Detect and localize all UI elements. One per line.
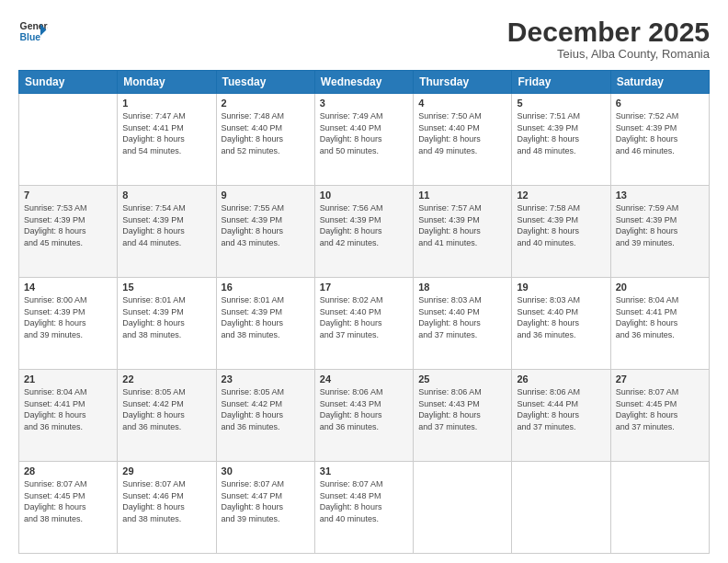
cell-info-text: Sunrise: 8:01 AMSunset: 4:39 PMDaylight:… [222,294,310,340]
cell-info-text: Sunrise: 8:03 AMSunset: 4:40 PMDaylight:… [517,294,605,340]
col-friday: Friday [512,71,610,94]
calendar-week-3: 14Sunrise: 8:00 AMSunset: 4:39 PMDayligh… [19,278,710,370]
location-subtitle: Teius, Alba County, Romania [507,47,710,61]
col-tuesday: Tuesday [216,71,314,94]
table-row: 3Sunrise: 7:49 AMSunset: 4:40 PMDaylight… [314,94,413,186]
page: General Blue December 2025 Teius, Alba C… [0,0,728,563]
cell-date-number: 25 [418,373,506,385]
cell-date-number: 15 [122,282,210,293]
table-row: 2Sunrise: 7:48 AMSunset: 4:40 PMDaylight… [216,94,314,186]
cell-date-number: 11 [418,190,506,201]
cell-info-text: Sunrise: 8:06 AMSunset: 4:44 PMDaylight:… [517,386,605,432]
cell-info-text: Sunrise: 7:48 AMSunset: 4:40 PMDaylight:… [222,110,310,156]
calendar-week-5: 28Sunrise: 8:07 AMSunset: 4:45 PMDayligh… [19,462,710,554]
cell-date-number: 28 [24,465,112,477]
cell-date-number: 26 [517,373,605,385]
cell-info-text: Sunrise: 8:05 AMSunset: 4:42 PMDaylight:… [222,386,310,432]
cell-info-text: Sunrise: 8:01 AMSunset: 4:39 PMDaylight:… [122,294,210,340]
table-row: 26Sunrise: 8:06 AMSunset: 4:44 PMDayligh… [512,370,610,462]
cell-date-number: 5 [517,98,605,109]
cell-date-number: 24 [320,373,408,385]
table-row: 23Sunrise: 8:05 AMSunset: 4:42 PMDayligh… [216,370,314,462]
table-row: 17Sunrise: 8:02 AMSunset: 4:40 PMDayligh… [314,278,413,370]
table-row: 19Sunrise: 8:03 AMSunset: 4:40 PMDayligh… [512,278,610,370]
title-block: December 2025 Teius, Alba County, Romani… [507,17,710,61]
col-monday: Monday [118,71,216,94]
cell-date-number: 27 [616,373,704,385]
col-thursday: Thursday [414,71,512,94]
cell-date-number: 17 [320,282,408,293]
cell-info-text: Sunrise: 8:03 AMSunset: 4:40 PMDaylight:… [418,294,506,340]
table-row [610,462,709,554]
col-sunday: Sunday [19,71,118,94]
calendar-week-1: 1Sunrise: 7:47 AMSunset: 4:41 PMDaylight… [19,94,710,186]
cell-date-number: 16 [222,282,310,293]
cell-date-number: 8 [122,190,210,201]
table-row: 6Sunrise: 7:52 AMSunset: 4:39 PMDaylight… [610,94,709,186]
cell-date-number: 14 [24,282,112,293]
table-row: 8Sunrise: 7:54 AMSunset: 4:39 PMDaylight… [118,186,216,278]
cell-info-text: Sunrise: 8:06 AMSunset: 4:43 PMDaylight:… [320,386,408,432]
cell-info-text: Sunrise: 7:47 AMSunset: 4:41 PMDaylight:… [122,110,210,156]
cell-date-number: 31 [320,465,408,477]
cell-date-number: 10 [320,190,408,201]
cell-info-text: Sunrise: 7:58 AMSunset: 4:39 PMDaylight:… [517,202,605,248]
cell-info-text: Sunrise: 8:02 AMSunset: 4:40 PMDaylight:… [320,294,408,340]
cell-info-text: Sunrise: 8:06 AMSunset: 4:43 PMDaylight:… [418,386,506,432]
cell-date-number: 1 [122,98,210,109]
table-row: 16Sunrise: 8:01 AMSunset: 4:39 PMDayligh… [216,278,314,370]
cell-info-text: Sunrise: 7:59 AMSunset: 4:39 PMDaylight:… [616,202,704,248]
cell-date-number: 30 [222,465,310,477]
table-row: 9Sunrise: 7:55 AMSunset: 4:39 PMDaylight… [216,186,314,278]
table-row: 5Sunrise: 7:51 AMSunset: 4:39 PMDaylight… [512,94,610,186]
calendar-table: Sunday Monday Tuesday Wednesday Thursday… [18,70,710,554]
cell-date-number: 12 [517,190,605,201]
cell-date-number: 22 [122,373,210,385]
cell-date-number: 29 [122,465,210,477]
svg-text:Blue: Blue [20,32,41,42]
logo: General Blue [18,17,48,46]
table-row [512,462,610,554]
table-row: 27Sunrise: 8:07 AMSunset: 4:45 PMDayligh… [610,370,709,462]
table-row: 7Sunrise: 7:53 AMSunset: 4:39 PMDaylight… [19,186,118,278]
table-row: 20Sunrise: 8:04 AMSunset: 4:41 PMDayligh… [610,278,709,370]
table-row: 25Sunrise: 8:06 AMSunset: 4:43 PMDayligh… [414,370,512,462]
cell-date-number: 21 [24,373,112,385]
cell-date-number: 23 [222,373,310,385]
cell-info-text: Sunrise: 8:07 AMSunset: 4:47 PMDaylight:… [222,478,310,524]
cell-date-number: 19 [517,282,605,293]
calendar-week-2: 7Sunrise: 7:53 AMSunset: 4:39 PMDaylight… [19,186,710,278]
cell-date-number: 13 [616,190,704,201]
cell-info-text: Sunrise: 7:52 AMSunset: 4:39 PMDaylight:… [616,110,704,156]
month-title: December 2025 [507,17,710,47]
cell-info-text: Sunrise: 8:07 AMSunset: 4:48 PMDaylight:… [320,478,408,524]
table-row: 10Sunrise: 7:56 AMSunset: 4:39 PMDayligh… [314,186,413,278]
cell-date-number: 4 [418,98,506,109]
cell-date-number: 18 [418,282,506,293]
table-row: 4Sunrise: 7:50 AMSunset: 4:40 PMDaylight… [414,94,512,186]
col-saturday: Saturday [610,71,709,94]
cell-info-text: Sunrise: 7:49 AMSunset: 4:40 PMDaylight:… [320,110,408,156]
cell-info-text: Sunrise: 8:04 AMSunset: 4:41 PMDaylight:… [616,294,704,340]
cell-info-text: Sunrise: 8:05 AMSunset: 4:42 PMDaylight:… [122,386,210,432]
table-row: 28Sunrise: 8:07 AMSunset: 4:45 PMDayligh… [19,462,118,554]
cell-info-text: Sunrise: 7:50 AMSunset: 4:40 PMDaylight:… [418,110,506,156]
cell-info-text: Sunrise: 7:55 AMSunset: 4:39 PMDaylight:… [222,202,310,248]
table-row: 22Sunrise: 8:05 AMSunset: 4:42 PMDayligh… [118,370,216,462]
cell-info-text: Sunrise: 8:04 AMSunset: 4:41 PMDaylight:… [24,386,112,432]
table-row [414,462,512,554]
table-row: 12Sunrise: 7:58 AMSunset: 4:39 PMDayligh… [512,186,610,278]
cell-info-text: Sunrise: 7:53 AMSunset: 4:39 PMDaylight:… [24,202,112,248]
cell-info-text: Sunrise: 8:00 AMSunset: 4:39 PMDaylight:… [24,294,112,340]
table-row: 31Sunrise: 8:07 AMSunset: 4:48 PMDayligh… [314,462,413,554]
table-row [19,94,118,186]
cell-date-number: 20 [616,282,704,293]
table-row: 14Sunrise: 8:00 AMSunset: 4:39 PMDayligh… [19,278,118,370]
cell-info-text: Sunrise: 8:07 AMSunset: 4:45 PMDaylight:… [616,386,704,432]
calendar-week-4: 21Sunrise: 8:04 AMSunset: 4:41 PMDayligh… [19,370,710,462]
cell-date-number: 2 [222,98,310,109]
cell-info-text: Sunrise: 7:54 AMSunset: 4:39 PMDaylight:… [122,202,210,248]
table-row: 15Sunrise: 8:01 AMSunset: 4:39 PMDayligh… [118,278,216,370]
table-row: 29Sunrise: 8:07 AMSunset: 4:46 PMDayligh… [118,462,216,554]
cell-date-number: 3 [320,98,408,109]
